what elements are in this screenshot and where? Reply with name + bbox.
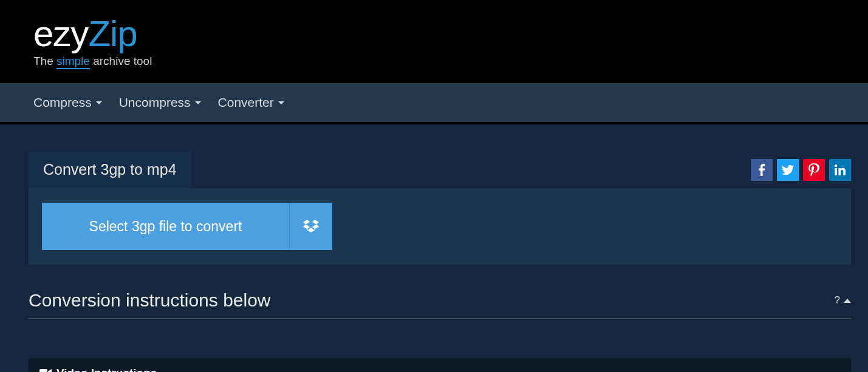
chevron-down-icon xyxy=(195,101,201,104)
logo-part2: Zip xyxy=(88,13,137,54)
help-label: ? xyxy=(835,294,840,306)
tagline: The simple archive tool xyxy=(33,55,152,68)
nav-converter[interactable]: Converter xyxy=(218,95,284,110)
social-buttons xyxy=(751,159,851,181)
select-file-label: Select 3gp file to convert xyxy=(89,218,242,235)
svg-rect-0 xyxy=(39,369,47,372)
chevron-down-icon xyxy=(96,101,102,104)
video-instructions-header[interactable]: Video Instructions xyxy=(29,358,851,372)
upload-panel: Select 3gp file to convert xyxy=(29,188,851,265)
logo-text: ezyZip xyxy=(33,16,152,52)
dropbox-icon xyxy=(303,220,319,233)
content: Convert 3gp to mp4 Select 3gp file to co… xyxy=(0,124,868,372)
nav-uncompress[interactable]: Uncompress xyxy=(119,95,201,110)
pinterest-icon xyxy=(808,163,819,177)
video-icon xyxy=(39,369,52,372)
select-file-button[interactable]: Select 3gp file to convert xyxy=(42,203,290,250)
nav-compress[interactable]: Compress xyxy=(33,95,102,110)
video-title-wrap: Video Instructions xyxy=(39,367,157,372)
facebook-button[interactable] xyxy=(751,159,773,181)
card-header-row: Convert 3gp to mp4 xyxy=(29,151,851,188)
linkedin-icon xyxy=(835,164,846,175)
help-toggle[interactable]: ? xyxy=(835,294,851,306)
linkedin-button[interactable] xyxy=(829,159,851,181)
instructions-header: Conversion instructions below ? xyxy=(29,290,851,319)
header: ezyZip The simple archive tool xyxy=(0,0,868,83)
instructions-title: Conversion instructions below xyxy=(29,290,271,311)
facebook-icon xyxy=(759,164,765,176)
logo-part1: ezy xyxy=(33,13,88,54)
pinterest-button[interactable] xyxy=(803,159,825,181)
twitter-button[interactable] xyxy=(777,159,799,181)
twitter-icon xyxy=(782,165,794,175)
nav-uncompress-label: Uncompress xyxy=(119,95,191,110)
tagline-highlight: simple xyxy=(56,55,90,69)
nav-converter-label: Converter xyxy=(218,95,274,110)
main-nav: Compress Uncompress Converter xyxy=(0,83,868,124)
chevron-up-icon xyxy=(844,299,851,303)
active-tab: Convert 3gp to mp4 xyxy=(29,151,191,188)
video-title: Video Instructions xyxy=(56,367,157,372)
chevron-down-icon xyxy=(278,101,284,104)
logo[interactable]: ezyZip The simple archive tool xyxy=(33,16,152,68)
file-select-group: Select 3gp file to convert xyxy=(42,203,332,250)
nav-compress-label: Compress xyxy=(33,95,92,110)
tab-title: Convert 3gp to mp4 xyxy=(43,161,177,178)
dropbox-button[interactable] xyxy=(290,203,332,250)
tagline-pre: The xyxy=(33,55,56,67)
tagline-post: archive tool xyxy=(90,55,152,67)
